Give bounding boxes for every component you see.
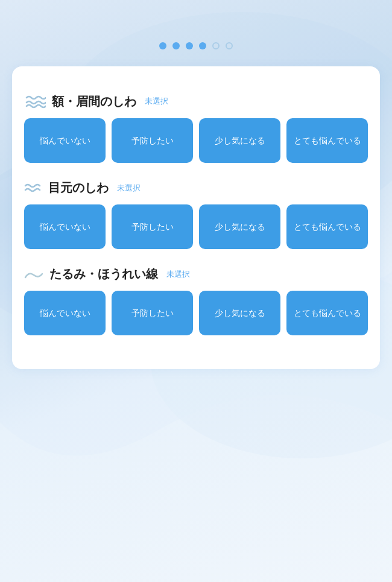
progress-dots	[159, 42, 233, 49]
choice-btn-sagging-nasolabial-3[interactable]: とても悩んでいる	[286, 291, 368, 335]
choice-btn-sagging-nasolabial-0[interactable]: 悩んでいない	[24, 291, 106, 335]
choice-btn-eye-wrinkles-1[interactable]: 予防したい	[112, 204, 193, 249]
choice-btn-sagging-nasolabial-2[interactable]: 少し気になる	[199, 291, 280, 335]
section-label-forehead-wrinkles: 額・眉間のしわ	[52, 93, 136, 110]
section-sagging-nasolabial: たるみ・ほうれい線未選択悩んでいない予防したい少し気になるとても悩んでいる	[24, 266, 368, 335]
choice-btn-eye-wrinkles-3[interactable]: とても悩んでいる	[286, 204, 368, 249]
section-status-eye-wrinkles: 未選択	[117, 183, 141, 194]
wavy-curve-icon	[24, 268, 43, 281]
section-header-sagging-nasolabial: たるみ・ほうれい線未選択	[24, 266, 368, 282]
section-status-forehead-wrinkles: 未選択	[145, 96, 168, 107]
section-eye-wrinkles: 目元のしわ未選択悩んでいない予防したい少し気になるとても悩んでいる	[24, 180, 368, 249]
section-status-sagging-nasolabial: 未選択	[166, 269, 190, 280]
section-header-eye-wrinkles: 目元のしわ未選択	[24, 180, 368, 196]
sections-container: 額・眉間のしわ未選択悩んでいない予防したい少し気になるとても悩んでいる 目元のし…	[24, 93, 368, 335]
progress-dot-4	[199, 42, 206, 49]
choice-btn-forehead-wrinkles-0[interactable]: 悩んでいない	[24, 118, 106, 163]
progress-dot-2	[172, 42, 180, 49]
choice-btn-forehead-wrinkles-2[interactable]: 少し気になる	[199, 118, 280, 163]
button-grid-forehead-wrinkles: 悩んでいない予防したい少し気になるとても悩んでいる	[24, 118, 368, 163]
section-label-sagging-nasolabial: たるみ・ほうれい線	[49, 266, 158, 282]
progress-dot-6	[226, 42, 233, 49]
section-header-forehead-wrinkles: 額・眉間のしわ未選択	[24, 93, 368, 110]
main-card: 額・眉間のしわ未選択悩んでいない予防したい少し気になるとても悩んでいる 目元のし…	[12, 66, 380, 369]
progress-dot-1	[159, 42, 166, 49]
button-grid-sagging-nasolabial: 悩んでいない予防したい少し気になるとても悩んでいる	[24, 291, 368, 335]
section-forehead-wrinkles: 額・眉間のしわ未選択悩んでいない予防したい少し気になるとても悩んでいる	[24, 93, 368, 163]
wavy-lines-icon	[24, 93, 46, 110]
choice-btn-sagging-nasolabial-1[interactable]: 予防したい	[112, 291, 193, 335]
progress-dot-3	[186, 42, 193, 49]
choice-btn-forehead-wrinkles-1[interactable]: 予防したい	[112, 118, 193, 163]
progress-dot-5	[212, 42, 220, 49]
choice-btn-forehead-wrinkles-3[interactable]: とても悩んでいる	[286, 118, 368, 163]
button-grid-eye-wrinkles: 悩んでいない予防したい少し気になるとても悩んでいる	[24, 204, 368, 249]
wavy-lines-small-icon	[24, 181, 42, 195]
choice-btn-eye-wrinkles-0[interactable]: 悩んでいない	[24, 204, 106, 249]
page-wrapper: 額・眉間のしわ未選択悩んでいない予防したい少し気になるとても悩んでいる 目元のし…	[0, 0, 392, 393]
choice-btn-eye-wrinkles-2[interactable]: 少し気になる	[199, 204, 280, 249]
section-label-eye-wrinkles: 目元のしわ	[48, 180, 109, 196]
